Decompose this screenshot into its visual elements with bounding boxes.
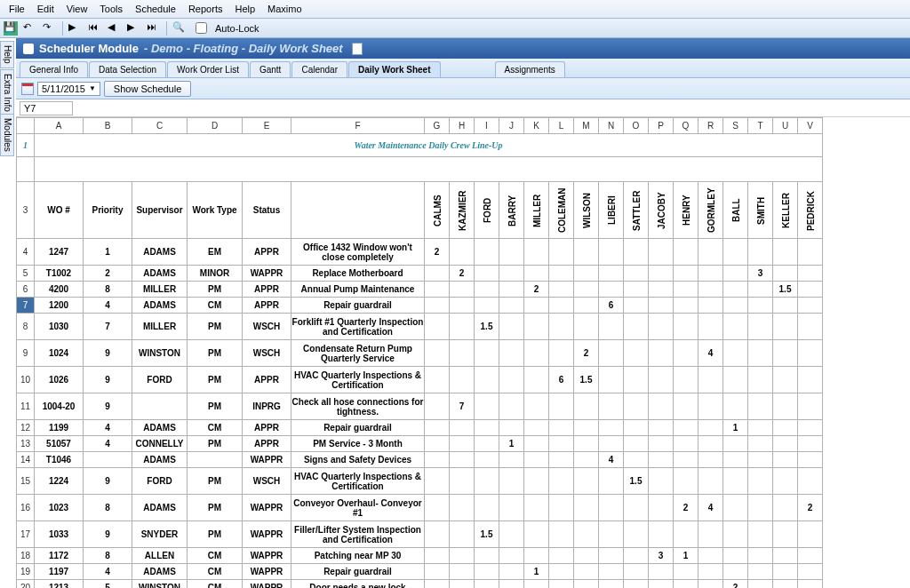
crew-cell[interactable] [649,314,674,340]
crew-cell[interactable] [524,266,549,282]
crew-cell[interactable] [475,298,499,314]
crew-cell[interactable]: 4 [698,495,723,521]
column-header[interactable]: C [132,118,188,134]
crew-cell[interactable] [723,468,748,495]
crew-cell[interactable] [574,298,599,314]
cell[interactable]: 1004-20 [35,393,84,420]
crew-cell[interactable] [475,436,499,452]
crew-cell[interactable] [549,452,574,468]
crew-cell[interactable] [748,564,773,580]
crew-cell[interactable] [499,564,524,580]
crew-cell[interactable] [475,548,499,564]
crew-cell[interactable] [798,580,823,589]
column-header[interactable]: S [723,118,748,134]
crew-cell[interactable] [475,495,499,521]
row-header[interactable]: 3 [17,182,35,239]
cell[interactable]: CM [188,564,243,580]
crew-cell[interactable] [524,239,549,266]
crew-cell[interactable] [425,367,450,393]
crew-cell[interactable] [748,580,773,589]
cell[interactable]: FORD [132,367,188,393]
cell[interactable]: WSCH [243,340,291,367]
crew-cell[interactable] [674,367,698,393]
crew-cell[interactable] [599,548,624,564]
cell[interactable] [132,393,188,420]
crew-cell[interactable] [624,495,649,521]
redo-icon[interactable]: ↷ [43,21,57,36]
cell[interactable]: 9 [84,340,132,367]
tab-general-info[interactable]: General Info [20,61,88,77]
crew-cell[interactable] [624,266,649,282]
tab-daily-work-sheet[interactable]: Daily Work Sheet [348,61,441,77]
column-header[interactable]: V [798,118,823,134]
menu-maximo[interactable]: Maximo [262,2,307,16]
crew-cell[interactable] [475,367,499,393]
crew-cell[interactable] [674,393,698,420]
cell[interactable]: WAPPR [243,266,291,282]
menu-schedule[interactable]: Schedule [130,2,181,16]
tab-calendar[interactable]: Calendar [291,61,347,77]
crew-cell[interactable] [549,239,574,266]
crew-cell[interactable] [450,420,475,436]
crew-cell[interactable] [425,468,450,495]
crew-cell[interactable] [549,266,574,282]
crew-cell[interactable] [524,298,549,314]
description-cell[interactable]: HVAC Quarterly Inspections & Certificati… [291,367,425,393]
crew-cell[interactable] [698,367,723,393]
crew-cell[interactable] [674,436,698,452]
crew-cell[interactable] [798,436,823,452]
crew-cell[interactable] [748,282,773,298]
cell[interactable]: 1197 [35,564,84,580]
crew-cell[interactable] [748,367,773,393]
crew-cell[interactable] [499,239,524,266]
crew-cell[interactable] [549,298,574,314]
crew-cell[interactable] [748,314,773,340]
crew-cell[interactable] [499,340,524,367]
crew-cell[interactable] [674,266,698,282]
menu-reports[interactable]: Reports [183,2,228,16]
column-header[interactable]: K [524,118,549,134]
crew-cell[interactable] [649,452,674,468]
crew-cell[interactable] [450,548,475,564]
column-header[interactable]: F [291,118,425,134]
crew-cell[interactable] [798,452,823,468]
cell[interactable]: 4 [84,436,132,452]
crew-cell[interactable] [748,298,773,314]
cell[interactable]: CM [188,548,243,564]
crew-cell[interactable] [599,468,624,495]
cell[interactable]: PM [188,393,243,420]
date-dropdown-icon[interactable]: ▼ [89,84,96,92]
crew-cell[interactable] [425,521,450,548]
crew-cell[interactable] [574,468,599,495]
crew-cell[interactable] [524,314,549,340]
row-header[interactable]: 4 [17,239,35,266]
crew-cell[interactable] [624,393,649,420]
column-header[interactable]: L [549,118,574,134]
crew-cell[interactable] [524,495,549,521]
crew-cell[interactable] [698,468,723,495]
crew-cell[interactable] [649,282,674,298]
crew-cell[interactable] [450,436,475,452]
crew-cell[interactable]: 1.5 [773,282,798,298]
crew-cell[interactable] [698,282,723,298]
crew-cell[interactable] [425,266,450,282]
crew-cell[interactable] [773,436,798,452]
crew-cell[interactable] [549,282,574,298]
row-header[interactable]: 1 [17,134,35,157]
cell[interactable]: APPR [243,420,291,436]
crew-cell[interactable] [798,548,823,564]
crew-cell[interactable] [499,298,524,314]
crew-cell[interactable] [798,367,823,393]
crew-cell[interactable] [624,282,649,298]
crew-cell[interactable] [475,393,499,420]
crew-cell[interactable] [524,420,549,436]
crew-cell[interactable] [499,468,524,495]
spreadsheet[interactable]: ABCDEFGHIJKLMNOPQRSTUV1Water Maintenance… [16,117,823,588]
cell[interactable] [188,452,243,468]
crew-cell[interactable]: 3 [748,266,773,282]
crew-cell[interactable] [574,495,599,521]
crew-cell[interactable] [698,580,723,589]
crew-cell[interactable] [599,521,624,548]
crew-cell[interactable] [748,420,773,436]
cell[interactable]: 8 [84,282,132,298]
